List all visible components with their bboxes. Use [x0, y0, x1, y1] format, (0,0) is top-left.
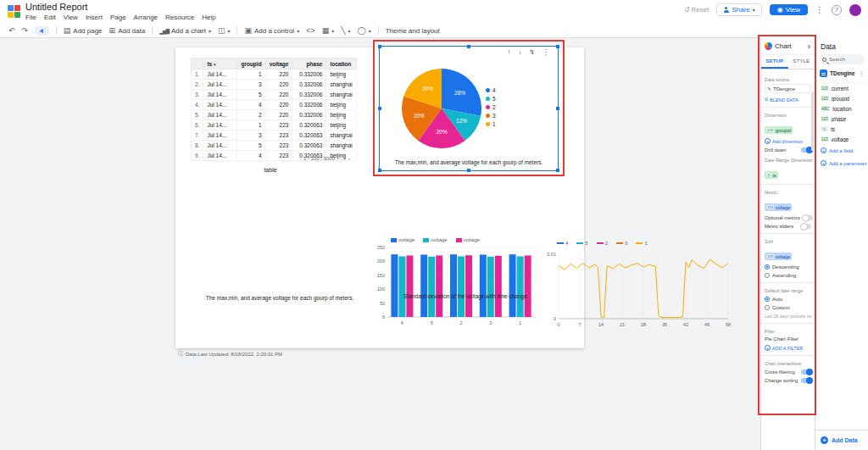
optional-metrics-toggle[interactable]	[803, 215, 813, 220]
date-dimension-chip[interactable]: ◷ts	[765, 171, 778, 179]
menu-arrange[interactable]: Arrange	[134, 14, 158, 21]
bar[interactable]	[480, 255, 487, 318]
table-row[interactable]: 3.Jul 14...52200.332006shanghai	[192, 90, 357, 100]
resize-handle[interactable]	[556, 45, 559, 48]
legend-item[interactable]: 4	[486, 87, 496, 93]
search-input[interactable]	[829, 57, 861, 62]
bar[interactable]	[517, 257, 524, 318]
resize-handle[interactable]	[378, 169, 381, 172]
legend-item[interactable]: 1	[486, 121, 496, 127]
chart-panel-header[interactable]: Chart ∨	[761, 37, 815, 55]
flash-icon[interactable]: ↯	[529, 48, 535, 56]
change-sorting-toggle[interactable]	[801, 378, 811, 383]
legend-item[interactable]: 3	[616, 241, 627, 246]
menu-page[interactable]: Page	[110, 14, 126, 21]
image-tool[interactable]: ▦▾	[322, 27, 335, 35]
more-options-icon[interactable]: ⋮	[815, 5, 824, 14]
report-title[interactable]: Untitled Report	[25, 2, 87, 12]
column-header-voltage[interactable]: voltage	[265, 58, 292, 69]
avatar[interactable]	[849, 4, 861, 16]
resize-handle[interactable]	[467, 169, 470, 172]
bar[interactable]	[509, 254, 516, 317]
next-page-icon[interactable]: ›	[348, 156, 350, 161]
metric-sliders-toggle[interactable]	[801, 224, 811, 229]
resize-handle[interactable]	[378, 45, 381, 48]
date-custom-radio[interactable]: Custom	[765, 305, 811, 310]
sort-descending-radio[interactable]: Descending	[765, 264, 811, 269]
arrow-up-icon[interactable]: ↑	[507, 48, 510, 56]
dimension-chip[interactable]: 123groupid	[765, 126, 793, 134]
add-dimension-button[interactable]: +Add dimension	[765, 138, 811, 144]
legend-item[interactable]: 3	[486, 113, 496, 119]
metric-chip[interactable]: 123voltage	[765, 203, 792, 211]
menu-file[interactable]: File	[25, 14, 36, 21]
field-location[interactable]: ABClocation	[815, 103, 868, 114]
bar-chart-svg[interactable]: 05010015020025045231	[372, 244, 538, 327]
bar[interactable]	[398, 257, 405, 318]
field-ts[interactable]: ◷ts	[815, 124, 868, 134]
blend-data-button[interactable]: ⧉BLEND DATA	[765, 97, 811, 103]
community-viz-button[interactable]: ◫▾	[218, 27, 231, 35]
cross-filtering-toggle[interactable]	[801, 369, 811, 375]
datasource-options-icon[interactable]: ⋮	[859, 70, 864, 76]
more-vert-icon[interactable]: ⋮	[542, 48, 549, 56]
theme-layout-button[interactable]: Theme and layout	[386, 27, 440, 35]
menu-resource[interactable]: Resource	[165, 14, 194, 21]
field-groupid[interactable]: 123groupid	[815, 93, 868, 103]
field-voltage[interactable]: 123voltage	[815, 134, 868, 144]
prev-page-icon[interactable]: ‹	[341, 156, 342, 161]
select-tool[interactable]: ➤	[35, 26, 49, 36]
datasource-row[interactable]: TDengine ⋮	[815, 64, 868, 83]
bar[interactable]	[436, 256, 442, 318]
add-control-button[interactable]: ▣Add a control▾	[244, 27, 299, 35]
legend-item[interactable]: voltage	[391, 237, 415, 242]
legend-item[interactable]: voltage	[423, 237, 447, 242]
date-auto-radio[interactable]: Auto	[765, 297, 811, 302]
pie-chart-svg[interactable]: 28%12%20%20%20%	[399, 66, 484, 151]
resize-handle[interactable]	[378, 107, 381, 110]
legend-item[interactable]: 5	[486, 96, 496, 102]
column-header-location[interactable]: location	[326, 58, 357, 69]
resize-handle[interactable]	[556, 107, 559, 110]
field-current[interactable]: 123current	[815, 83, 868, 93]
menu-insert[interactable]: Insert	[86, 14, 103, 21]
sort-chip[interactable]: 123voltage	[765, 253, 792, 260]
tab-setup[interactable]: SETUP	[761, 55, 788, 69]
chevron-down-icon[interactable]: ∨	[807, 43, 811, 50]
table-component[interactable]: ts ▾groupidvoltagephaselocation1.Jul 14.…	[191, 58, 357, 161]
shape-tool[interactable]: ◯▾	[358, 27, 371, 35]
legend-item[interactable]: 1	[636, 241, 647, 246]
field-search[interactable]	[819, 54, 865, 64]
legend-item[interactable]: 4	[557, 241, 568, 246]
bar[interactable]	[420, 255, 427, 318]
table-row[interactable]: 5.Jul 14...22200.332006beijing	[192, 110, 357, 120]
arrow-down-icon[interactable]: ↓	[518, 48, 521, 56]
column-header-ts[interactable]: ts ▾	[203, 58, 237, 69]
bar[interactable]	[428, 257, 435, 317]
add-data-button[interactable]: +Add Data	[815, 430, 868, 450]
help-icon[interactable]: ?	[832, 5, 842, 15]
edit-icon[interactable]: ✎	[767, 86, 771, 92]
scrollbar[interactable]	[811, 92, 814, 151]
app-logo-icon[interactable]	[8, 5, 20, 18]
legend-item[interactable]: voltage	[456, 237, 480, 242]
add-parameter-button[interactable]: +Add a parameter	[815, 157, 868, 169]
bar[interactable]	[495, 256, 502, 317]
drill-down-toggle[interactable]	[801, 147, 811, 153]
table-row[interactable]: 2.Jul 14...32200.332006shanghai	[192, 80, 357, 90]
bar[interactable]	[525, 256, 531, 318]
table-row[interactable]: 4.Jul 14...42200.332006beijing	[192, 100, 357, 110]
bar[interactable]	[391, 254, 398, 317]
table-row[interactable]: 6.Jul 14...12230.320063beijing	[192, 120, 357, 131]
add-field-button[interactable]: +Add a field	[815, 144, 868, 157]
share-button[interactable]: Share▾	[716, 3, 761, 16]
line-tool[interactable]: ╲▾	[341, 27, 350, 35]
menu-view[interactable]: View	[64, 14, 78, 21]
field-phase[interactable]: 123phase	[815, 114, 868, 124]
line-chart-svg[interactable]: 07142128354249560.010	[545, 247, 737, 332]
bar[interactable]	[458, 257, 465, 318]
line-chart-component[interactable]: 45231 07142128354249560.010	[545, 241, 737, 336]
undo-icon[interactable]: ↶	[8, 27, 15, 35]
data-source-selector[interactable]: ✎ TDengine	[765, 84, 811, 93]
menu-help[interactable]: Help	[202, 14, 215, 21]
